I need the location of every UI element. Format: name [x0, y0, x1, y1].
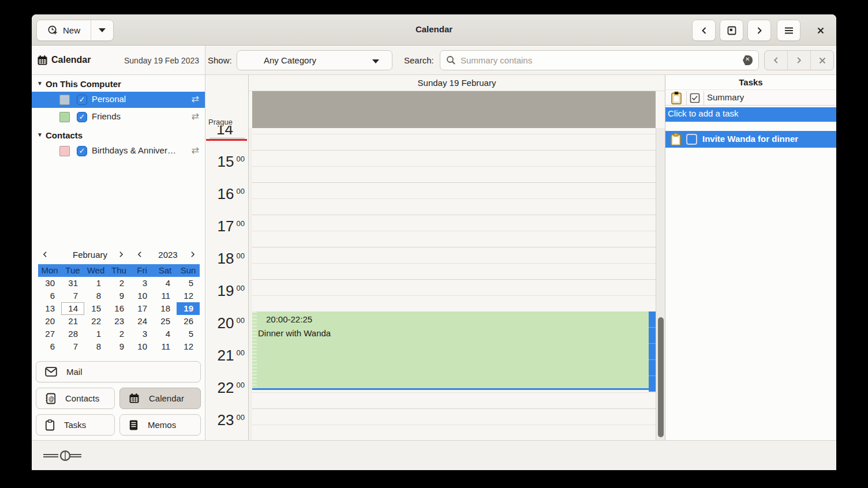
allday-row[interactable]: [252, 91, 656, 128]
search-next-button[interactable]: [788, 51, 811, 70]
day-view[interactable]: Sunday 19 February 20:00-22:25 Dinner wi…: [249, 75, 665, 440]
minical-day[interactable]: 6: [38, 340, 61, 353]
minical-day[interactable]: 24: [130, 315, 154, 328]
minical-day[interactable]: 8: [84, 340, 107, 353]
scrollbar-thumb[interactable]: [658, 317, 664, 437]
minical-day[interactable]: 14: [61, 302, 84, 315]
previous-button[interactable]: [692, 20, 716, 41]
checkbox-checked[interactable]: ✓: [77, 95, 87, 105]
checkbox-checked[interactable]: ✓: [77, 146, 87, 156]
task-checkbox-unchecked[interactable]: [686, 134, 697, 145]
event-selection-bar[interactable]: [649, 311, 656, 392]
next-year-button[interactable]: [189, 250, 196, 258]
minical-day[interactable]: 31: [61, 277, 84, 290]
weekday-label: Wed: [84, 264, 107, 277]
vertical-scrollbar[interactable]: [656, 128, 665, 440]
minical-day[interactable]: 5: [177, 277, 200, 290]
minical-day[interactable]: 16: [107, 302, 130, 315]
mail-icon: [45, 367, 57, 377]
minical-day[interactable]: 22: [84, 315, 107, 328]
sync-icon: ⇄: [192, 145, 199, 156]
next-month-button[interactable]: [118, 250, 125, 258]
minical-day[interactable]: 6: [38, 290, 61, 302]
minical-day[interactable]: 4: [154, 277, 177, 290]
minical-day[interactable]: 7: [61, 290, 84, 302]
minical-day[interactable]: 8: [84, 290, 107, 302]
event-time: 20:00-22:25: [266, 314, 312, 324]
task-row-invite-wanda[interactable]: Invite Wanda for dinner: [665, 131, 836, 148]
minical-day[interactable]: 27: [38, 328, 61, 340]
search-previous-button[interactable]: [765, 51, 788, 70]
chevron-left-icon: [42, 250, 48, 258]
minical-day[interactable]: 13: [38, 302, 61, 315]
time-grid[interactable]: 20:00-22:25 Dinner with Wanda: [249, 128, 656, 440]
hour-label: 2100: [207, 347, 245, 365]
clear-search-icon[interactable]: [743, 55, 753, 65]
close-window-button[interactable]: [809, 20, 832, 41]
hour-label: 1600: [207, 185, 245, 203]
minical-day[interactable]: 10: [130, 340, 154, 353]
minical-day[interactable]: 17: [130, 302, 154, 315]
minical-day[interactable]: 7: [61, 340, 84, 353]
minical-day[interactable]: 26: [177, 315, 200, 328]
minical-day[interactable]: 20: [38, 315, 61, 328]
group-label: On This Computer: [46, 79, 121, 89]
contacts-icon: @: [45, 393, 56, 404]
minical-day[interactable]: 11: [154, 290, 177, 302]
calendar-item-birthdays[interactable]: ✓ Birthdays & Anniver… ⇄: [32, 143, 205, 159]
calendar-item-friends[interactable]: ✓ Friends ⇄: [32, 109, 205, 125]
minical-day[interactable]: 23: [107, 315, 130, 328]
nav-tasks-button[interactable]: Tasks: [36, 414, 115, 436]
tasks-title: Tasks: [665, 77, 836, 87]
nav-memos-button[interactable]: Memos: [119, 414, 201, 436]
today-button[interactable]: [720, 20, 743, 41]
month-label: February: [61, 250, 119, 260]
group-on-this-computer[interactable]: ▼ On This Computer: [32, 77, 205, 92]
nav-contacts-button[interactable]: @ Contacts: [36, 388, 115, 409]
expander-icon[interactable]: ▼: [37, 80, 43, 87]
grid-line: [252, 279, 656, 280]
event-dinner-with-wanda[interactable]: 20:00-22:25 Dinner with Wanda: [252, 311, 649, 390]
minical-day[interactable]: 4: [154, 328, 177, 340]
minical-day[interactable]: 9: [107, 340, 130, 353]
minical-day[interactable]: 21: [61, 315, 84, 328]
minical-day[interactable]: 1: [84, 277, 107, 290]
previous-year-button[interactable]: [136, 250, 143, 258]
minical-day[interactable]: 19: [177, 302, 200, 315]
minical-day[interactable]: 5: [177, 328, 200, 340]
group-contacts[interactable]: ▼ Contacts: [32, 128, 205, 144]
online-status-icon[interactable]: [43, 451, 91, 461]
menu-button[interactable]: [777, 20, 800, 41]
search-field[interactable]: [440, 50, 759, 70]
minical-day[interactable]: 3: [130, 328, 154, 340]
minical-day[interactable]: 3: [130, 277, 154, 290]
search-close-button[interactable]: [811, 51, 833, 70]
memos-icon: [129, 419, 139, 431]
minical-day[interactable]: 30: [38, 277, 61, 290]
minical-day[interactable]: 18: [154, 302, 177, 315]
add-task-row[interactable]: Click to add a task: [665, 107, 836, 122]
minical-day[interactable]: 9: [107, 290, 130, 302]
minical-day[interactable]: 15: [84, 302, 107, 315]
minical-day[interactable]: 10: [130, 290, 154, 302]
nav-mail-button[interactable]: Mail: [36, 361, 201, 382]
category-dropdown[interactable]: Any Category: [237, 50, 392, 70]
minical-day[interactable]: 2: [107, 328, 130, 340]
minical-day[interactable]: 1: [84, 328, 107, 340]
minical-day[interactable]: 25: [154, 315, 177, 328]
expander-icon[interactable]: ▼: [37, 132, 43, 138]
tasks-column-header[interactable]: Summary: [665, 89, 836, 106]
minical-day[interactable]: 12: [177, 340, 200, 353]
minical-day[interactable]: 2: [107, 277, 130, 290]
next-button[interactable]: [747, 20, 771, 41]
column-separator: [704, 91, 704, 105]
minical-day[interactable]: 12: [177, 290, 200, 302]
previous-month-button[interactable]: [42, 250, 48, 258]
task-type-column-icon: [671, 91, 682, 105]
minical-day[interactable]: 11: [154, 340, 177, 353]
checkbox-checked[interactable]: ✓: [77, 112, 87, 122]
nav-calendar-button[interactable]: Calendar: [119, 388, 201, 409]
search-input[interactable]: [461, 55, 738, 65]
minical-day[interactable]: 28: [61, 328, 84, 340]
calendar-item-personal[interactable]: ✓ Personal ⇄: [32, 92, 205, 108]
